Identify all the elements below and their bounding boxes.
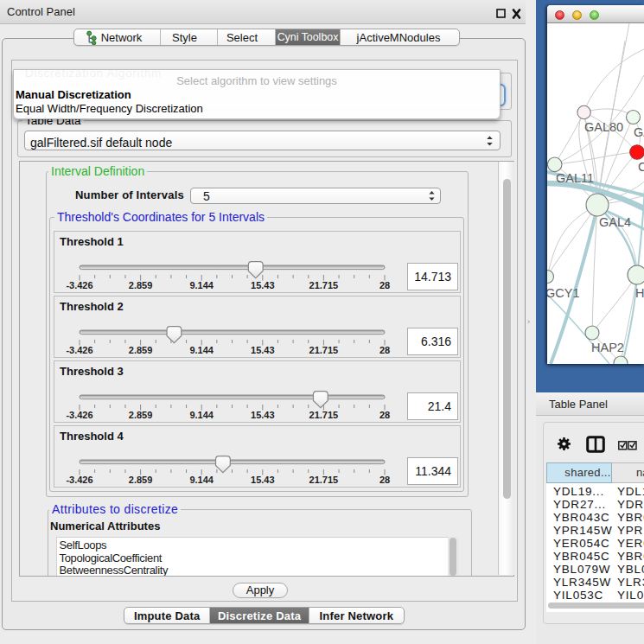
svg-text:15.43: 15.43 [251, 345, 275, 355]
svg-text:28: 28 [379, 475, 390, 485]
svg-text:28: 28 [379, 280, 390, 290]
svg-text:2.859: 2.859 [129, 410, 153, 420]
svg-text:21.715: 21.715 [309, 475, 339, 485]
svg-text:15.43: 15.43 [251, 475, 275, 485]
svg-text:C: C [638, 160, 644, 174]
svg-text:-3.426: -3.426 [66, 280, 92, 290]
svg-text:28: 28 [379, 410, 390, 420]
svg-text:2.859: 2.859 [129, 345, 153, 355]
svg-text:GCY1: GCY1 [547, 286, 580, 300]
svg-text:28: 28 [379, 345, 390, 355]
svg-text:9.144: 9.144 [189, 410, 214, 420]
svg-text:2.859: 2.859 [129, 475, 153, 485]
svg-text:GAL: GAL [634, 125, 644, 139]
svg-text:-3.426: -3.426 [66, 345, 92, 355]
svg-text:15.43: 15.43 [251, 280, 275, 290]
svg-text:-3.426: -3.426 [66, 475, 92, 485]
svg-text:21.715: 21.715 [309, 345, 339, 355]
svg-text:-3.426: -3.426 [66, 410, 92, 420]
svg-text:GAL80: GAL80 [584, 120, 623, 134]
svg-text:9.144: 9.144 [189, 280, 214, 290]
svg-text:GAL11: GAL11 [556, 171, 594, 185]
svg-text:21.715: 21.715 [309, 280, 339, 290]
svg-text:15.43: 15.43 [251, 410, 275, 420]
svg-text:HAP2: HAP2 [591, 341, 624, 354]
svg-text:9.144: 9.144 [189, 345, 214, 355]
svg-text:9.144: 9.144 [189, 475, 214, 485]
svg-text:H: H [635, 286, 644, 300]
svg-text:2.859: 2.859 [129, 280, 153, 290]
svg-text:21.715: 21.715 [309, 410, 339, 420]
svg-text:GAL4: GAL4 [599, 215, 631, 229]
